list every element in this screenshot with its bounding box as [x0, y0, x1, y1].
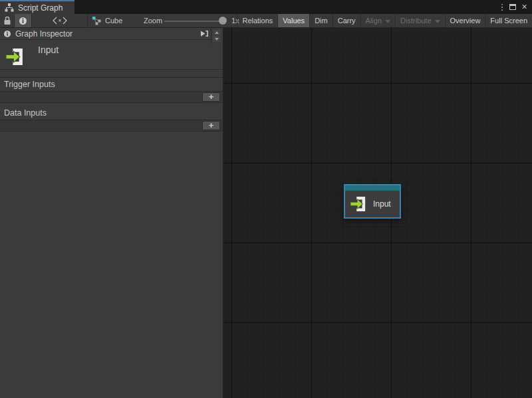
graph-toolbar: Cube Zoom 1x Relations Values Dim Carry … [0, 14, 532, 28]
overview-button[interactable]: Overview [445, 14, 485, 27]
window-menu-icon[interactable]: ⋮ [497, 0, 507, 14]
align-dropdown[interactable]: Align [360, 14, 395, 27]
add-trigger-input-button[interactable]: + [202, 92, 220, 102]
carry-button[interactable]: Carry [332, 14, 360, 27]
node-title: Input [373, 199, 391, 209]
distribute-dropdown[interactable]: Distribute [395, 14, 444, 27]
inspector-title: Graph Inspector [15, 29, 72, 39]
collapse-right-icon [200, 30, 209, 37]
graph-inspector-panel: Graph Inspector Input Trigger Inputs + D… [0, 28, 224, 398]
relations-button[interactable]: Relations [237, 14, 277, 27]
dim-button[interactable]: Dim [309, 14, 332, 27]
scroll-up-button[interactable] [213, 29, 221, 35]
info-icon [19, 17, 27, 25]
unit-preview-title: Input [38, 45, 59, 55]
close-icon[interactable]: × [519, 0, 530, 14]
values-button[interactable]: Values [277, 14, 309, 27]
chevron-down-icon [435, 20, 440, 23]
maximize-icon[interactable] [509, 4, 516, 10]
input-unit-icon [5, 48, 25, 66]
inspector-toggle-button[interactable] [15, 14, 32, 27]
dock-inspector-button[interactable] [199, 29, 209, 38]
zoom-label: Zoom [144, 14, 162, 27]
toolbar-toggle-group: Relations Values Dim Carry Align Distrib… [237, 14, 532, 27]
tab-script-graph[interactable]: Script Graph [0, 0, 74, 14]
tab-title: Script Graph [18, 3, 63, 13]
unit-preview: Input [0, 40, 223, 70]
trigger-inputs-list: + [0, 91, 223, 103]
info-icon [3, 30, 11, 38]
graph-name: Cube [105, 17, 122, 25]
window-controls: ⋮ × [497, 0, 530, 14]
node-header-bar [345, 185, 400, 191]
chevron-down-icon [385, 20, 390, 23]
zoom-slider-track[interactable] [164, 21, 221, 22]
inspector-header: Graph Inspector [0, 28, 211, 40]
zoom-slider-knob[interactable] [219, 17, 227, 25]
graph-breadcrumb[interactable]: Cube [92, 14, 122, 27]
lock-icon [3, 16, 11, 25]
node-body: Input [345, 191, 400, 217]
code-icon [53, 17, 67, 25]
input-node[interactable]: Input [344, 184, 401, 219]
graph-canvas[interactable]: Input [224, 28, 532, 398]
variables-toggle-button[interactable] [32, 14, 88, 27]
data-inputs-label: Data Inputs [0, 106, 223, 120]
distribute-label: Distribute [400, 17, 431, 25]
arrow-up-icon [215, 31, 219, 34]
script-graph-icon [5, 3, 14, 12]
add-data-input-button[interactable]: + [202, 121, 220, 130]
trigger-inputs-label: Trigger Inputs [0, 78, 223, 91]
lock-button[interactable] [0, 14, 15, 27]
data-inputs-list: + [0, 120, 223, 132]
align-label: Align [366, 17, 382, 25]
full-screen-button[interactable]: Full Screen [485, 14, 532, 27]
inspector-spacer [0, 70, 223, 78]
window-title-bar: Script Graph ⋮ × [0, 0, 532, 14]
input-unit-icon [350, 196, 367, 212]
graph-icon [92, 17, 101, 25]
